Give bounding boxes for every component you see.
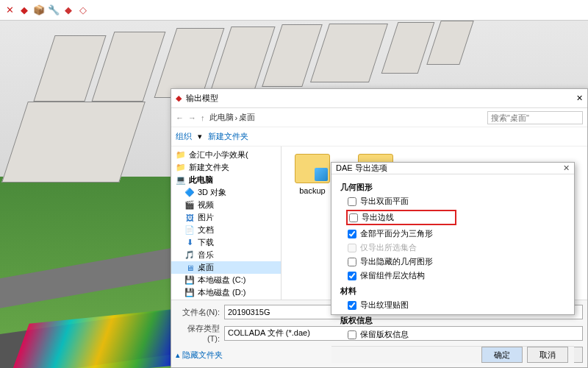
options-title: DAE 导出选项 — [336, 163, 387, 174]
tool-icon-1[interactable]: ✕ — [3, 4, 16, 17]
tree-label: 此电脑 — [189, 174, 213, 185]
back-arrow-icon[interactable]: ← — [176, 113, 184, 122]
tree-icon: 🎵 — [184, 250, 195, 261]
tool-icon-2[interactable]: ◆ — [18, 4, 31, 17]
tree-icon: 📁 — [176, 163, 186, 173]
tree-node[interactable]: 📄文档 — [171, 224, 281, 236]
checkbox[interactable] — [348, 330, 356, 339]
checkbox-label: 导出双面平面 — [360, 196, 409, 207]
crumb-1[interactable]: 桌面 — [239, 112, 255, 123]
option-group-label: 版权信息 — [340, 315, 565, 326]
hide-folders-link[interactable]: ▴ 隐藏文件夹 — [176, 350, 223, 361]
fwd-arrow-icon[interactable]: → — [188, 113, 196, 122]
breadcrumb[interactable]: 此电脑 › 桌面 — [209, 112, 484, 123]
tree-node[interactable]: 🎬视频 — [171, 199, 281, 211]
tree-node[interactable]: 🎵音乐 — [171, 249, 281, 261]
tree-icon: 🔷 — [184, 188, 195, 198]
tree-icon: 💾 — [184, 288, 195, 298]
option-checkbox-row: 仅导出所选集合 — [340, 242, 565, 253]
folder-item[interactable]: backup — [289, 154, 336, 195]
tool-icon-4[interactable]: 🔧 — [47, 4, 60, 17]
checkbox[interactable] — [349, 213, 358, 222]
close-icon[interactable]: ✕ — [576, 93, 583, 103]
tree-label: 图片 — [198, 212, 214, 223]
option-checkbox-row[interactable]: 金部平面分为三角形 — [340, 228, 565, 239]
tree-node[interactable]: 📁新建文件夹 — [171, 161, 281, 174]
chevron-right-icon: › — [235, 113, 238, 122]
option-checkbox-row[interactable]: 导出隐藏的几何图形 — [340, 256, 565, 267]
tree-node[interactable]: 💾本地磁盘 (D:) — [171, 286, 281, 299]
tree-label: 桌面 — [198, 262, 214, 273]
nav-bar: ← → ↑ 此电脑 › 桌面 — [171, 108, 587, 127]
tree-node[interactable]: 🖼图片 — [171, 211, 281, 224]
toolbar-row: 组织 ▾ 新建文件夹 — [171, 127, 587, 146]
tool-icon-3[interactable]: 📦 — [32, 4, 46, 17]
tree-label: 视频 — [198, 199, 214, 210]
checkbox-label: 仅导出所选集合 — [360, 242, 417, 253]
tree-label: 本地磁盘 (C:) — [198, 275, 245, 286]
new-folder-button[interactable]: 新建文件夹 — [208, 131, 248, 142]
app-icon: ◆ — [176, 93, 182, 103]
up-arrow-icon[interactable]: ↑ — [201, 113, 205, 122]
tree-icon: 📁 — [176, 150, 186, 160]
tree-node[interactable]: 🔷3D 对象 — [171, 186, 281, 199]
checkbox[interactable] — [348, 197, 356, 206]
tree-label: 音乐 — [198, 250, 214, 261]
checkbox-label: 导出边线 — [362, 212, 394, 223]
checkbox — [348, 244, 356, 252]
close-icon[interactable]: ✕ — [563, 163, 570, 173]
checkbox-label: 导出隐藏的几何图形 — [360, 256, 433, 267]
option-checkbox-row[interactable]: 导出纹理贴图 — [340, 300, 565, 311]
filename-label: 文件名(N): — [176, 307, 220, 318]
checkbox[interactable] — [348, 272, 356, 280]
tool-icon-6[interactable]: ◇ — [76, 4, 90, 17]
dae-options-dialog: DAE 导出选项 ✕ 几何图形导出双面平面导出边线金部平面分为三角形仅导出所选集… — [331, 162, 575, 315]
option-checkbox-row[interactable]: 保留组件层次结构 — [340, 270, 565, 281]
menu-chevron-icon: ▾ — [198, 132, 202, 141]
tree-label: 下载 — [198, 237, 214, 248]
tree-label: 金汇中小学效果( — [189, 149, 248, 160]
option-group-label: 几何图形 — [340, 182, 565, 193]
option-group-label: 材料 — [340, 286, 565, 297]
tree-label: 新建文件夹 — [189, 162, 229, 173]
folder-tree[interactable]: 📁金汇中小学效果(📁新建文件夹💻此电脑🔷3D 对象🎬视频🖼图片📄文档⬇下载🎵音乐… — [171, 146, 282, 300]
tree-icon: 🎬 — [184, 200, 195, 210]
tree-node[interactable]: 🖥桌面 — [171, 261, 281, 274]
tree-icon: 📄 — [184, 225, 195, 236]
app-toolbar: ✕ ◆ 📦 🔧 ◆ ◇ — [0, 0, 588, 21]
ok-button[interactable]: 确定 — [481, 347, 523, 363]
checkbox[interactable] — [348, 258, 356, 266]
tree-node[interactable]: 📁金汇中小学效果( — [171, 149, 281, 161]
tree-node[interactable]: ⬇下载 — [171, 236, 281, 249]
folder-icon — [295, 154, 330, 183]
tool-icon-5[interactable]: ◆ — [62, 4, 75, 17]
checkbox-label: 保留组件层次结构 — [360, 270, 425, 281]
tree-icon: 💾 — [184, 275, 195, 286]
tree-icon: 🖥 — [184, 263, 195, 273]
options-body: 几何图形导出双面平面导出边线金部平面分为三角形仅导出所选集合导出隐藏的几何图形保… — [331, 174, 574, 346]
organize-menu[interactable]: 组织 — [176, 131, 192, 142]
filetype-label: 保存类型(T): — [176, 323, 220, 343]
checkbox-label: 保留版权信息 — [360, 329, 409, 340]
dialog-title: 输出模型 — [186, 93, 218, 104]
tree-icon: 💻 — [176, 175, 186, 185]
folder-label: backup — [299, 186, 325, 195]
checkbox-label: 导出纹理贴图 — [360, 300, 409, 311]
search-input[interactable] — [487, 111, 583, 124]
tree-node[interactable]: 💻此电脑 — [171, 174, 281, 186]
tree-icon: 🖼 — [184, 213, 195, 223]
option-checkbox-row[interactable]: 导出边线 — [346, 210, 456, 225]
tree-label: 文档 — [198, 224, 214, 236]
crumb-0[interactable]: 此电脑 — [209, 112, 234, 123]
option-checkbox-row[interactable]: 导出双面平面 — [340, 196, 565, 207]
tree-node[interactable]: 💾本地磁盘 (C:) — [171, 274, 281, 286]
checkbox[interactable] — [348, 230, 356, 238]
checkbox[interactable] — [348, 301, 356, 310]
tree-icon: ⬇ — [184, 238, 195, 248]
colorful-building — [8, 307, 198, 368]
option-checkbox-row[interactable]: 保留版权信息 — [340, 329, 565, 340]
tree-label: 3D 对象 — [198, 187, 226, 198]
cancel-button[interactable]: 取消 — [527, 347, 568, 363]
options-titlebar: DAE 导出选项 ✕ — [331, 163, 574, 174]
options-footer: 确定 取消 — [331, 346, 574, 363]
